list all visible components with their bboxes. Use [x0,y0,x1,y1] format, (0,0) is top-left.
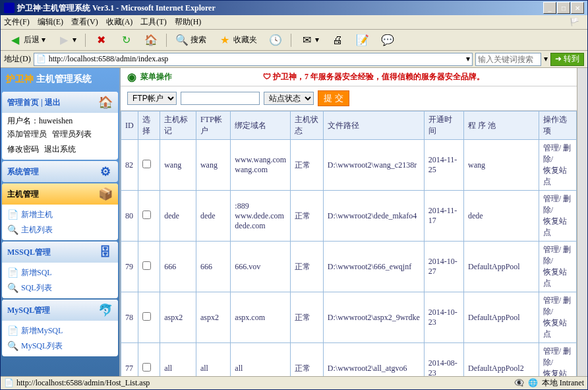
table-row: 82wangwangwww.wang.comwang.com正常D:\wwwro… [121,140,577,191]
print-button[interactable]: 🖨 [326,32,349,48]
sidebar-panel-header[interactable]: 管理首页 | 退出🏠 [2,92,118,113]
submit-button[interactable]: 提 交 [318,90,349,106]
cell: 正常 [291,292,324,343]
filter-field-select[interactable]: FTP帐户 [127,92,177,105]
history-icon: 🕓 [269,34,282,47]
sidebar-panel-header[interactable]: 主机管理📦 [2,183,118,205]
chevron-down-icon: ▾ [73,35,76,45]
cell: all [160,343,196,377]
mail-button[interactable]: ✉▾ [295,32,324,48]
maximize-button[interactable]: □ [557,2,570,14]
menu-view[interactable]: 查看(V) [71,16,98,28]
row-ops[interactable]: 管理/ 删除/恢复站点 [539,140,576,191]
chevron-down-icon[interactable]: ▾ [544,54,548,64]
filter-bar: FTP帐户 站点状态 提 交 [121,86,577,111]
edit-button[interactable]: 📝 [351,32,374,48]
sidebar-panel-header[interactable]: MySQL管理🐬 [2,300,118,321]
forward-button[interactable]: ▶▾ [53,32,81,48]
cell: 666 [160,242,196,292]
statusbar: 📄 http://localhost:6588/admin/Host_List.… [1,376,587,389]
sidebar-link[interactable]: 修改密码 [7,142,39,157]
sidebar-link[interactable]: 📄新增主机 [7,207,113,222]
go-button[interactable]: ➜转到 [550,53,584,66]
menu-file[interactable]: 文件(F) [4,16,30,28]
row-ops[interactable]: 管理/ 删除/恢复站点 [539,292,576,343]
go-icon: ➜ [555,54,562,64]
cell: dede [463,191,539,242]
breadcrumb: ◉ 菜单操作 [127,71,172,83]
cell: D:\wwwroot2\dede_mkafo4 [323,191,424,242]
menu-tool[interactable]: 工具(T) [140,16,166,28]
back-button[interactable]: ◀后退▾ [4,32,50,48]
column-header: 文件路径 [323,112,424,140]
sidebar-link[interactable]: 🔍MySQL列表 [7,339,113,354]
cell: aspx2 [160,292,196,343]
cell: D:\wwwroot2\all_atgvo6 [323,343,424,377]
cell: D:\wwwroot2\wang_c2138r [323,140,424,191]
row-checkbox[interactable] [142,312,151,321]
stop-button[interactable]: ✖ [90,32,112,48]
column-header: ID [121,112,138,140]
close-button[interactable]: ✕ [571,2,584,14]
sidebar-item-icon: 🔍 [7,341,18,352]
menu-edit[interactable]: 编辑(E) [38,16,63,28]
row-ops[interactable]: 管理/ 删除/恢复站点 [539,242,576,292]
search-button[interactable]: 🔍搜索 [171,32,211,48]
address-input[interactable]: 📄 http://localhost:6588/admin/index.asp … [34,53,473,66]
main-content: ◉ 菜单操作 🛡 护卫神，7 年服务器安全经验，值得信赖的服务器安全品牌。 FT… [119,68,577,376]
sidebar-link[interactable]: 🔍主机列表 [7,222,113,238]
menubar: 文件(F) 编辑(E) 查看(V) 收藏(A) 工具(T) 帮助(H) 🏳️ [1,15,587,30]
sidebar-text: 用户名：huweishen [7,115,113,127]
minimize-button[interactable]: _ [543,2,556,14]
history-button[interactable]: 🕓 [264,32,287,48]
home-icon: 🏠 [144,34,158,47]
sidebar-link[interactable]: 添加管理员 [7,127,47,142]
table-row: 79666666666.vov正常D:\wwwroot2\666_ewqjnf2… [121,242,577,292]
sidebar-link[interactable]: 管理员列表 [52,127,92,142]
scrollbar[interactable] [577,68,587,376]
row-checkbox[interactable] [142,211,151,219]
banner-message: 🛡 护卫神，7 年服务器安全经验，值得信赖的服务器安全品牌。 [177,71,570,82]
refresh-button[interactable]: ↻ [115,32,137,48]
table-row: 80dededede:889www.dede.comdede.com正常D:\w… [121,191,577,242]
fav-button[interactable]: ★收藏夹 [214,32,262,48]
sidebar: 护卫神 主机管理系统 管理首页 | 退出🏠用户名：huweishen添加管理员管… [1,68,119,376]
column-header: 选择 [138,112,160,140]
row-ops[interactable]: 管理/ 删除/恢复站点 [539,191,576,242]
menu-icon[interactable]: ◉ [127,71,136,83]
cell: DefaultAppPool2 [463,343,539,377]
menu-help[interactable]: 帮助(H) [175,16,202,28]
menu-fav[interactable]: 收藏(A) [106,16,133,28]
cell: 2014-10-27 [424,242,463,292]
sidebar-link[interactable]: 📄新增SQL [7,265,113,280]
sidebar-panel-header[interactable]: 系统管理⚙ [2,161,118,182]
cell: 正常 [291,343,324,377]
edit-icon: 📝 [356,34,369,47]
row-ops[interactable]: 管理/ 删除/恢复站点 [539,343,576,377]
msg-button[interactable]: 💬 [376,32,399,48]
row-checkbox[interactable] [142,160,151,168]
cell: 80 [121,191,138,242]
filter-text-input[interactable] [181,92,260,105]
titlebar: 护卫神·主机管理系统 Ver3.1 - Microsoft Internet E… [1,1,587,15]
forward-icon: ▶ [57,34,71,47]
row-checkbox[interactable] [142,261,151,270]
column-header: 主机状态 [291,112,324,140]
chevron-down-icon: ▾ [315,35,319,45]
sidebar-logo: 护卫神 主机管理系统 [1,68,119,90]
sidebar-link[interactable]: 📄新增MySQL [7,323,113,339]
filter-status-select[interactable]: 站点状态 [264,92,314,105]
page-icon: 📄 [36,54,46,64]
home-button[interactable]: 🏠 [140,32,162,48]
chevron-down-icon[interactable]: ▾ [466,54,470,64]
sidebar-panel-header[interactable]: MSSQL管理🗄 [2,242,118,263]
sidebar-link[interactable]: 退出系统 [44,142,76,157]
print-icon: 🖨 [331,34,344,47]
keyword-input[interactable] [475,53,541,66]
row-checkbox[interactable] [142,363,151,372]
sidebar-link[interactable]: 🔍SQL列表 [7,280,113,296]
sidebar-item-icon: 📄 [7,210,18,220]
sidebar-item-icon: 📄 [7,326,18,337]
cell: wang [463,140,539,191]
separator [166,34,167,47]
